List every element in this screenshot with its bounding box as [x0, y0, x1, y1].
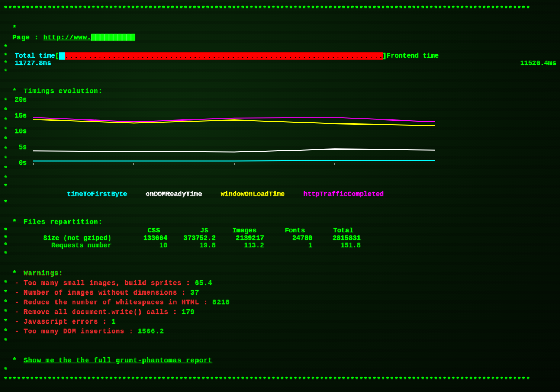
table-header: JS [160, 227, 208, 234]
files-title: Files repartition: [24, 218, 103, 226]
chart-y-tick: 5s [19, 144, 27, 151]
warning-item: * - Too many small images, build sprites… [4, 278, 556, 288]
time-bar-row: * Total time[...........................… [4, 52, 556, 60]
table-header: Images [208, 227, 257, 234]
legend-onDOMReadyTime: onDOMReadyTime [146, 190, 202, 198]
total-time-value: 11727.8ms [15, 60, 51, 67]
warning-item: * - Javascript errors : 1 [4, 317, 556, 327]
timings-title-row: * Timings evolution: [4, 77, 556, 96]
chart-svg [30, 96, 439, 170]
frontend-bar: ........................................… [65, 52, 383, 60]
legend-row: timeToFirstByteonDOMReadyTimewindowOnLoa… [15, 190, 556, 198]
page-url[interactable]: http://www.██████████ [43, 34, 135, 41]
table-header: CSS [112, 227, 160, 234]
backend-bar [59, 52, 65, 60]
warning-item: * - Remove all document.write() calls : … [4, 307, 556, 317]
page-line: * Page : http://www.██████████ [4, 13, 556, 42]
spacer: * [4, 365, 556, 375]
legend-timeToFirstByte: timeToFirstByte [67, 190, 127, 198]
table-header: Fonts [257, 227, 305, 234]
time-values-row: * 11727.8ms 11526.4ms [4, 60, 556, 67]
chart-y-tick: 10s [15, 128, 27, 135]
spacer: * [4, 173, 556, 183]
frontend-time-label: Frontend time [387, 52, 439, 60]
legend-row-wrap: * timeToFirstByteonDOMReadyTimewindowOnL… [4, 183, 556, 198]
border-bottom: ****************************************… [4, 375, 556, 385]
chart-y-tick: 15s [15, 112, 27, 119]
chart-series-timeToFirstByte [33, 160, 435, 161]
page-label: Page : [13, 34, 44, 41]
border-top: ****************************************… [4, 4, 556, 13]
report-link-row: * Show me the the full grunt-phantomas r… [4, 346, 556, 365]
frontend-time-value: 11526.4ms [520, 60, 556, 67]
spacer: * [4, 67, 556, 77]
warning-item: * - Reduce the number of whitespaces in … [4, 298, 556, 307]
chart-y-tick: 0s [19, 159, 27, 167]
spacer: * [4, 198, 556, 208]
page-url-redacted: ██████████ [91, 34, 135, 41]
timings-chart: 0s5s10s15s20s [30, 96, 439, 173]
legend-windowOnLoadTime: windowOnLoadTime [221, 190, 285, 198]
warning-item: * - Too many DOM insertions : 1566.2 [4, 327, 556, 336]
spacer: * [4, 336, 556, 346]
total-time-label: Total time [15, 52, 55, 60]
warnings-title-row: * Warnings: [4, 259, 556, 278]
chart-y-tick: 20s [15, 96, 27, 103]
spacer: * [4, 42, 556, 52]
report-link[interactable]: Show me the the full grunt-phantomas rep… [24, 357, 212, 364]
files-title-row: * Files repartition: [4, 208, 556, 227]
table-row: * Size (not gziped)133664373752.22139217… [4, 234, 556, 242]
timings-title: Timings evolution: [24, 87, 103, 95]
table-header: Total [305, 227, 353, 234]
warnings-title: Warnings: [24, 270, 63, 277]
warning-item: * - Number of images without dimensions … [4, 288, 556, 298]
chart-series-onDOMReadyTime [33, 149, 435, 152]
spacer: * [4, 249, 556, 259]
legend-httpTrafficCompleted: httpTrafficCompleted [303, 190, 384, 198]
table-row: * Requests number1019.8113.21151.8 [4, 242, 556, 249]
